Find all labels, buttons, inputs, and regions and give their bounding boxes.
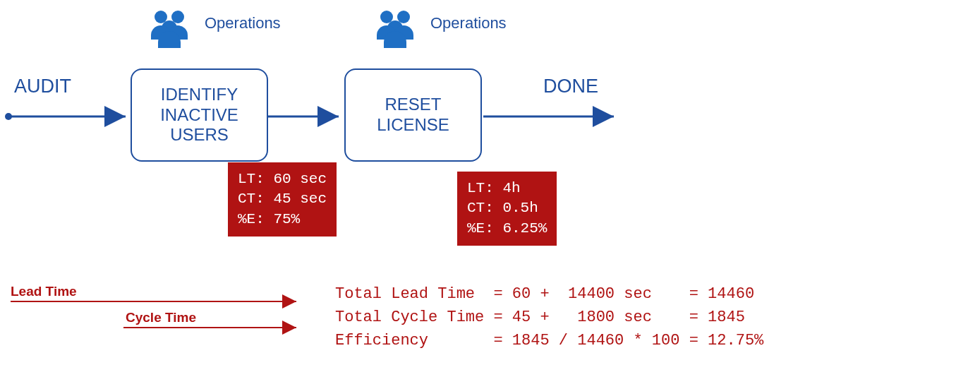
svg-point-7 xyxy=(171,11,184,23)
legend-cycle-time: Cycle Time xyxy=(126,310,196,325)
step-box-identify: IDENTIFY INACTIVE USERS xyxy=(131,68,268,162)
legend-lead-time: Lead Time xyxy=(11,284,77,299)
step-box-reset-text: RESET LICENSE xyxy=(377,95,449,136)
step-box-identify-text: IDENTIFY INACTIVE USERS xyxy=(160,85,238,145)
totals-block: Total Lead Time = 60 + 14400 sec = 14460… xyxy=(335,282,763,352)
start-label: AUDIT xyxy=(14,76,71,97)
role-label-ops2: Operations xyxy=(430,14,507,32)
end-label: DONE xyxy=(543,76,598,97)
people-icon xyxy=(151,11,188,48)
metrics-box-reset: LT: 4h CT: 0.5h %E: 6.25% xyxy=(457,172,557,246)
svg-point-0 xyxy=(5,113,12,120)
role-label-ops1: Operations xyxy=(205,14,281,32)
svg-point-11 xyxy=(387,20,403,36)
svg-point-10 xyxy=(397,11,410,23)
svg-point-6 xyxy=(155,11,167,23)
svg-point-8 xyxy=(162,20,177,36)
step-box-reset: RESET LICENSE xyxy=(344,68,482,162)
metrics-box-identify: LT: 60 sec CT: 45 sec %E: 75% xyxy=(228,162,337,237)
people-icon xyxy=(377,11,413,48)
svg-point-9 xyxy=(380,11,393,23)
